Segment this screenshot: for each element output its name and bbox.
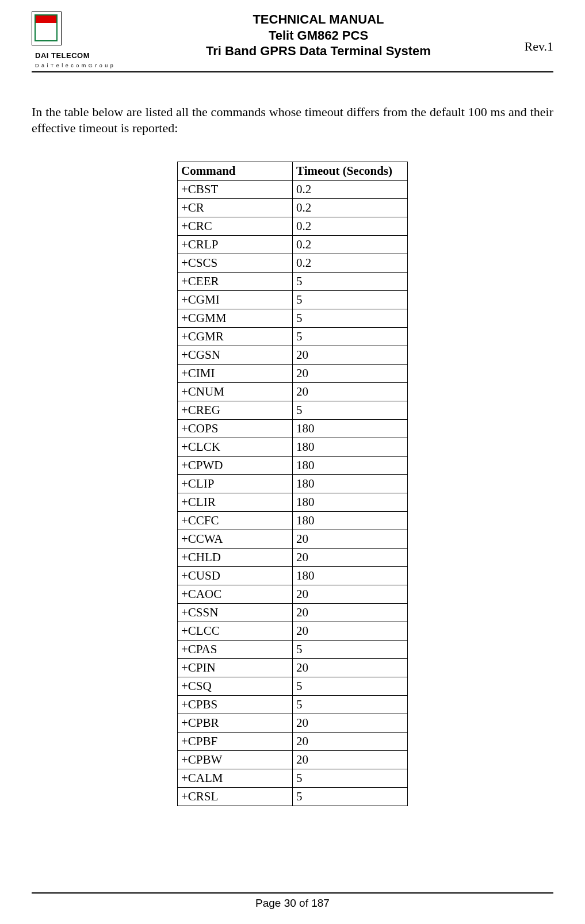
cell-command: +CGMR [178,328,293,346]
cell-command: +CRLP [178,236,293,254]
cell-timeout: 20 [293,733,408,751]
table-row: +CR0.2 [178,199,408,217]
title-line-2: Telit GM862 PCS [129,28,507,44]
cell-command: +CSQ [178,677,293,696]
cell-command: +CRSL [178,788,293,806]
table-row: +CHLD20 [178,549,408,567]
cell-command: +CPIN [178,659,293,677]
brand-logo-icon [32,11,62,45]
brand-sub: D a i T e l e c o m G r o u p [35,63,114,68]
cell-timeout: 5 [293,769,408,788]
table-row: +CCWA20 [178,530,408,549]
cell-command: +CUSD [178,567,293,585]
cell-timeout: 20 [293,365,408,383]
table-row: +CPBS5 [178,696,408,714]
cell-timeout: 5 [293,401,408,420]
table-row: +CLCC20 [178,622,408,641]
cell-timeout: 5 [293,309,408,328]
cell-timeout: 180 [293,567,408,585]
intro-paragraph: In the table below are listed all the co… [32,104,553,136]
table-row: +CSCS0.2 [178,254,408,273]
cell-timeout: 20 [293,530,408,549]
cell-command: +CPBW [178,751,293,769]
cell-command: +CCWA [178,530,293,549]
cell-timeout: 5 [293,291,408,309]
cell-timeout: 5 [293,677,408,696]
page: DAI TELECOM D a i T e l e c o m G r o u … [0,0,585,924]
table-row: +CAOC20 [178,585,408,604]
cell-command: +CLCC [178,622,293,641]
cell-command: +CPBF [178,733,293,751]
table-row: +CIMI20 [178,365,408,383]
cell-command: +CEER [178,273,293,291]
cell-command: +CPBR [178,714,293,733]
table-row: +CGMR5 [178,328,408,346]
cell-command: +CRC [178,217,293,236]
cell-timeout: 180 [293,512,408,530]
cell-timeout: 0.2 [293,199,408,217]
cell-command: +CREG [178,401,293,420]
revision: Rev.1 [507,11,553,54]
table-row: +CPBF20 [178,733,408,751]
cell-command: +CSSN [178,604,293,622]
table-row: +CCFC180 [178,512,408,530]
brand-text: DAI TELECOM D a i T e l e c o m G r o u … [35,51,114,69]
table-row: +CPBR20 [178,714,408,733]
cell-command: +CGMM [178,309,293,328]
title-line-3: Tri Band GPRS Data Terminal System [129,43,507,59]
cell-command: +CAOC [178,585,293,604]
table-row: +CLIP180 [178,475,408,493]
cell-timeout: 20 [293,714,408,733]
header: DAI TELECOM D a i T e l e c o m G r o u … [32,11,553,69]
cell-timeout: 20 [293,383,408,401]
table-row: +CBST0.2 [178,181,408,199]
cell-command: +CLIR [178,493,293,512]
table-row: +CPBW20 [178,751,408,769]
cell-timeout: 20 [293,659,408,677]
table-row: +CEER5 [178,273,408,291]
cell-timeout: 180 [293,438,408,457]
table-row: +CGMM5 [178,309,408,328]
table-row: +CRLP0.2 [178,236,408,254]
footer-divider [32,892,553,894]
cell-timeout: 20 [293,549,408,567]
cell-command: +CALM [178,769,293,788]
logo-block: DAI TELECOM D a i T e l e c o m G r o u … [32,11,129,69]
cell-timeout: 5 [293,328,408,346]
footer: Page 30 of 187 [32,892,553,910]
cell-command: +CHLD [178,549,293,567]
cell-command: +COPS [178,420,293,438]
cell-timeout: 0.2 [293,181,408,199]
cell-timeout: 20 [293,585,408,604]
cell-command: +CLIP [178,475,293,493]
cell-timeout: 0.2 [293,254,408,273]
table-row: +CALM5 [178,769,408,788]
cell-command: +CCFC [178,512,293,530]
table-header-timeout: Timeout (Seconds) [293,162,408,181]
table-row: +CPAS5 [178,641,408,659]
cell-timeout: 5 [293,641,408,659]
cell-command: +CR [178,199,293,217]
table-row: +CUSD180 [178,567,408,585]
cell-timeout: 5 [293,696,408,714]
cell-command: +CBST [178,181,293,199]
cell-timeout: 5 [293,273,408,291]
cell-command: +CPAS [178,641,293,659]
table-row: +COPS180 [178,420,408,438]
cell-timeout: 20 [293,346,408,365]
cell-command: +CPBS [178,696,293,714]
cell-timeout: 180 [293,475,408,493]
cell-command: +CIMI [178,365,293,383]
table-row: +CLIR180 [178,493,408,512]
table-row: +CLCK180 [178,438,408,457]
table-row: +CGSN20 [178,346,408,365]
cell-timeout: 180 [293,420,408,438]
cell-timeout: 20 [293,622,408,641]
table-row: +CNUM20 [178,383,408,401]
table-row: +CPWD180 [178,457,408,475]
table-row: +CPIN20 [178,659,408,677]
table-row: +CGMI5 [178,291,408,309]
brand-name: DAI TELECOM [35,51,90,60]
cell-timeout: 5 [293,788,408,806]
cell-timeout: 0.2 [293,217,408,236]
